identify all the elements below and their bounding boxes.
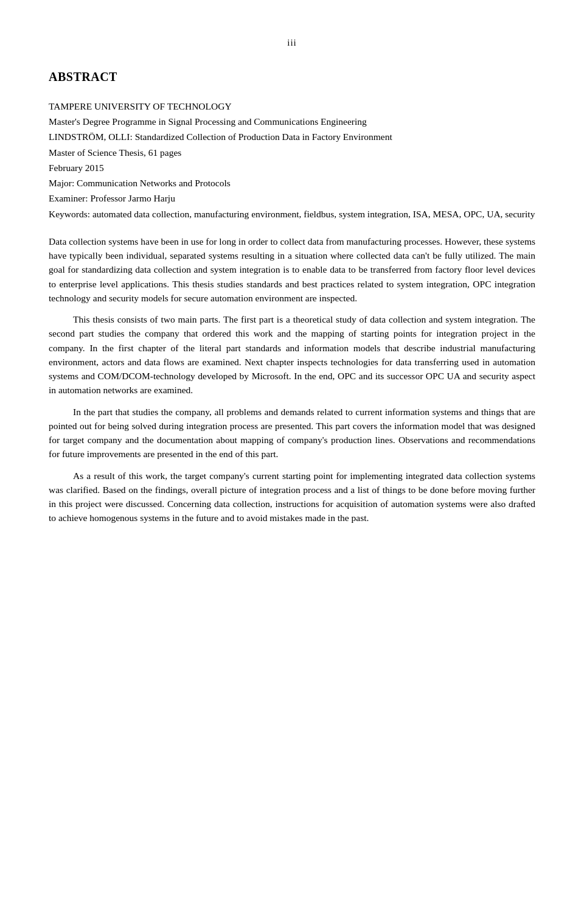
university-line: TAMPERE UNIVERSITY OF TECHNOLOGY (49, 99, 535, 113)
keywords-line: Keywords: automated data collection, man… (49, 207, 535, 221)
major-line: Major: Communication Networks and Protoc… (49, 176, 535, 190)
body-text: Data collection systems have been in use… (49, 234, 535, 525)
meta-block: TAMPERE UNIVERSITY OF TECHNOLOGY Master'… (49, 99, 535, 221)
paragraph-1: Data collection systems have been in use… (49, 234, 535, 305)
examiner-line: Examiner: Professor Jarmo Harju (49, 191, 535, 205)
paragraph-3: In the part that studies the company, al… (49, 405, 535, 461)
programme-line: Master's Degree Programme in Signal Proc… (49, 114, 535, 128)
paragraph-4: As a result of this work, the target com… (49, 469, 535, 525)
degree-line: Master of Science Thesis, 61 pages (49, 145, 535, 159)
page-number: iii (49, 37, 535, 50)
abstract-title: ABSTRACT (49, 68, 535, 86)
date-line: February 2015 (49, 161, 535, 175)
paragraph-2: This thesis consists of two main parts. … (49, 312, 535, 397)
author-line: LINDSTRÖM, OLLI: Standardized Collection… (49, 130, 535, 144)
page: iii ABSTRACT TAMPERE UNIVERSITY OF TECHN… (0, 0, 584, 924)
